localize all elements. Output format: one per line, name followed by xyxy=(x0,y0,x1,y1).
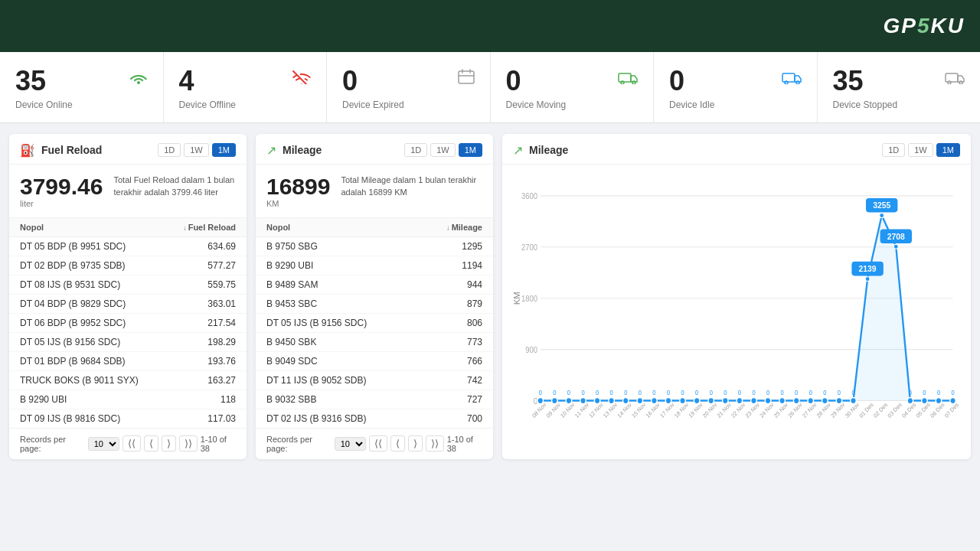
chart-time-buttons: 1D1W1M xyxy=(882,143,960,157)
time-btn-1d[interactable]: 1D xyxy=(882,143,905,157)
mileage-row-nopol: DT 02 IJS (B 9316 SDB) xyxy=(256,409,416,428)
svg-text:0: 0 xyxy=(809,390,813,396)
fuel-first-page[interactable]: ⟨⟨ xyxy=(122,435,141,452)
time-btn-1d[interactable]: 1D xyxy=(404,143,427,157)
mileage-prev-page[interactable]: ⟨ xyxy=(390,435,405,452)
time-btn-1d[interactable]: 1D xyxy=(158,143,181,157)
svg-text:0: 0 xyxy=(851,390,855,396)
fuel-row-value: 163.27 xyxy=(164,370,247,390)
svg-text:0: 0 xyxy=(596,390,599,396)
mileage-row-value: 766 xyxy=(416,351,493,370)
svg-text:0: 0 xyxy=(624,390,628,396)
table-row: DT 05 IJS (B 9156 SDC)198.29 xyxy=(9,332,247,351)
svg-text:0: 0 xyxy=(695,390,699,396)
logo: GP5KU xyxy=(884,14,965,38)
table-row: DT 04 BDP (B 9829 SDC)363.01 xyxy=(9,294,247,313)
time-btn-1w[interactable]: 1W xyxy=(908,143,933,157)
table-row: DT 02 BDP (B 9735 SDB)577.27 xyxy=(9,256,247,275)
mileage-row-value: 700 xyxy=(416,409,493,428)
table-row: B 9453 SBC879 xyxy=(256,294,493,313)
svg-point-125 xyxy=(808,397,814,403)
svg-text:2708: 2708 xyxy=(887,231,905,241)
svg-text:0: 0 xyxy=(795,390,799,396)
svg-point-76 xyxy=(893,244,898,249)
svg-text:0: 0 xyxy=(752,390,756,396)
fuel-row-nopol: DT 06 BDP (B 9952 SDC) xyxy=(9,313,164,332)
chart-icon: ↗ xyxy=(513,143,523,158)
table-row: B 9049 SDC766 xyxy=(256,351,493,370)
svg-point-127 xyxy=(822,397,828,403)
mileage-row-nopol: DT 05 IJS (B 9156 SDC) xyxy=(256,313,416,332)
svg-rect-4 xyxy=(782,73,795,82)
fuel-last-page[interactable]: ⟩⟩ xyxy=(179,435,198,452)
mileage-first-page[interactable]: ⟨⟨ xyxy=(369,435,387,452)
mileage-row-nopol: B 9450 SBK xyxy=(256,332,416,351)
svg-text:0: 0 xyxy=(567,390,571,396)
svg-rect-1 xyxy=(619,73,631,82)
time-btn-1w[interactable]: 1W xyxy=(430,143,456,157)
wifi-icon xyxy=(129,69,148,89)
svg-text:0: 0 xyxy=(738,390,742,396)
mileage-row-value: 944 xyxy=(416,275,493,294)
stat-number-offline: 4 xyxy=(179,66,194,96)
fuel-col-value: ↓Fuel Reload xyxy=(164,218,247,237)
svg-text:0: 0 xyxy=(823,390,827,396)
table-row: DT 11 IJS (B 9052 SDB)742 xyxy=(256,370,493,390)
svg-point-8 xyxy=(948,81,951,84)
mileage-row-value: 773 xyxy=(416,332,493,351)
svg-point-103 xyxy=(652,397,658,403)
svg-text:2139: 2139 xyxy=(859,263,877,273)
time-btn-1m[interactable]: 1M xyxy=(459,143,482,157)
mileage-row-value: 742 xyxy=(416,370,493,390)
mileage-last-page[interactable]: ⟩⟩ xyxy=(426,435,444,452)
svg-text:0: 0 xyxy=(710,390,714,396)
table-row: DT 05 BDP (B 9951 SDC)634.69 xyxy=(9,236,247,256)
mileage-row-nopol: B 9049 SDC xyxy=(256,351,416,370)
stat-card-offline: 4 Device Offline xyxy=(164,52,328,122)
svg-text:0: 0 xyxy=(681,390,684,396)
svg-point-97 xyxy=(609,397,615,403)
fuel-pagination-text: 1-10 of 38 xyxy=(201,435,236,453)
svg-text:0: 0 xyxy=(652,390,656,396)
svg-point-95 xyxy=(594,397,600,403)
mileage-row-nopol: B 9032 SBB xyxy=(256,390,416,409)
calendar-icon xyxy=(458,69,475,89)
fuel-row-nopol: DT 08 IJS (B 9531 SDC) xyxy=(9,275,164,294)
fuel-panel-title: Fuel Reload xyxy=(41,144,152,156)
mileage-next-page[interactable]: ⟩ xyxy=(408,435,423,452)
svg-text:0: 0 xyxy=(923,390,926,396)
fuel-records-select[interactable]: 10 xyxy=(88,437,119,451)
fuel-prev-page[interactable]: ⟨ xyxy=(144,435,158,452)
mileage-row-value: 1295 xyxy=(416,236,493,256)
stat-label-moving: Device Moving xyxy=(506,99,639,110)
table-row: B 9750 SBG1295 xyxy=(256,236,493,256)
svg-point-101 xyxy=(637,397,643,403)
time-btn-1w[interactable]: 1W xyxy=(184,143,209,157)
fuel-total-value: 3799.46 xyxy=(20,174,103,199)
mileage-table: Nopol ↓Mileage B 9750 SBG1295B 9290 UBI1… xyxy=(256,218,493,428)
svg-point-105 xyxy=(665,397,671,403)
header: GP5KU xyxy=(0,0,980,52)
svg-text:0: 0 xyxy=(553,390,557,396)
svg-point-89 xyxy=(552,397,558,403)
mileage-records-select[interactable]: 10 xyxy=(335,437,366,451)
svg-point-135 xyxy=(922,397,928,403)
svg-point-123 xyxy=(793,397,799,403)
time-btn-1m[interactable]: 1M xyxy=(212,143,236,157)
fuel-total-unit: liter xyxy=(20,199,103,208)
fuel-row-nopol: TRUCK BOKS (B 9011 SYX) xyxy=(9,370,164,390)
svg-text:KM: KM xyxy=(513,292,521,305)
fuel-panel-header: ⛽ Fuel Reload 1D1W1M xyxy=(9,134,247,165)
table-row: B 9489 SAM944 xyxy=(256,275,493,294)
stat-card-stopped: 35 Device Stopped xyxy=(818,52,981,122)
mileage-summary-desc: Total Mileage dalam 1 bulan terakhir ada… xyxy=(341,174,482,199)
mileage-row-nopol: B 9750 SBG xyxy=(256,236,416,256)
time-btn-1m[interactable]: 1M xyxy=(936,143,960,157)
svg-text:3255: 3255 xyxy=(873,200,890,210)
fuel-row-value: 118 xyxy=(164,390,247,409)
svg-point-107 xyxy=(680,397,686,403)
stat-label-idle: Device Idle xyxy=(669,99,802,110)
fuel-next-page[interactable]: ⟩ xyxy=(162,435,176,452)
fuel-row-value: 117.03 xyxy=(164,409,247,428)
svg-point-3 xyxy=(632,81,635,84)
